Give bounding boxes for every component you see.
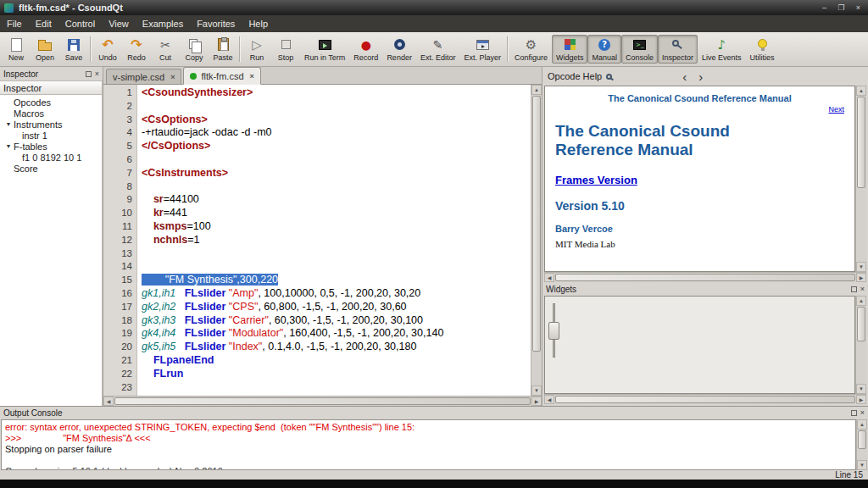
widgets-horizontal-scrollbar[interactable]: ◀ ▶	[544, 394, 866, 404]
menu-examples[interactable]: Examples	[136, 16, 190, 31]
float-panel-icon[interactable]	[851, 410, 857, 416]
scroll-up-icon[interactable]: ▲	[857, 419, 867, 430]
code-line-4[interactable]: -+rtaudio=jack -odac -d -m0	[142, 126, 531, 140]
scroll-up-icon[interactable]: ▲	[856, 86, 866, 96]
scrollbar-thumb[interactable]	[857, 97, 865, 188]
toolbar-record-button[interactable]: Record	[349, 35, 382, 64]
scrollbar-track[interactable]	[114, 396, 531, 406]
toolbar-utilities-button[interactable]: Utilities	[746, 35, 779, 64]
scroll-left-icon[interactable]: ◀	[544, 395, 554, 404]
menu-view[interactable]: View	[102, 16, 136, 31]
scrollbar-thumb[interactable]	[532, 96, 541, 352]
code-line-10[interactable]: kr=441	[142, 207, 531, 220]
scrollbar-thumb[interactable]	[857, 307, 865, 341]
code-line-22[interactable]: FLrun	[142, 368, 531, 381]
code-line-13[interactable]	[142, 247, 531, 261]
widgets-canvas[interactable]	[544, 296, 855, 394]
toolbar-run-in-term-button[interactable]: Run in Term	[300, 35, 349, 64]
tree-item-opcodes[interactable]: Opcodes	[0, 97, 102, 108]
tree-item-score[interactable]: Score	[0, 163, 102, 174]
code-line-7[interactable]: <CsInstruments>	[142, 167, 531, 180]
scrollbar-thumb[interactable]	[858, 430, 866, 449]
editor-horizontal-scrollbar[interactable]: ◀ ▶	[103, 396, 542, 406]
menu-help[interactable]: Help	[242, 16, 275, 31]
toolbar-ext-editor-button[interactable]: Ext. Editor	[416, 35, 460, 64]
menu-favorites[interactable]: Favorites	[190, 16, 242, 31]
close-tab-icon[interactable]: ×	[250, 72, 254, 80]
scrollbar-thumb[interactable]	[114, 397, 531, 405]
toolbar-open-button[interactable]: Open	[31, 35, 59, 64]
help-horizontal-scrollbar[interactable]: ◀ ▶	[544, 272, 866, 282]
code-line-19[interactable]: gk4,ih4 FLslider "Modulator", 160,400, -…	[142, 327, 531, 341]
tree-item-f1-0-8192-10-1[interactable]: f1 0 8192 10 1	[0, 152, 102, 163]
code-line-14[interactable]	[142, 260, 531, 274]
help-back-button[interactable]: ‹	[682, 70, 687, 83]
toolbar-copy-button[interactable]: Copy	[180, 35, 209, 64]
menu-edit[interactable]: Edit	[29, 16, 58, 31]
toolbar-run-button[interactable]: Run	[242, 35, 271, 64]
scroll-down-icon[interactable]: ▼	[857, 460, 867, 470]
code-line-16[interactable]: gk1,ih1 FLslider "Amp", 100,10000, 0,5, …	[142, 287, 531, 301]
toolbar-ext-player-button[interactable]: Ext. Player	[459, 35, 505, 64]
close-panel-icon[interactable]: ×	[860, 410, 865, 416]
toolbar-save-button[interactable]: Save	[59, 35, 88, 64]
scrollbar-track[interactable]	[856, 306, 866, 384]
scroll-left-icon[interactable]: ◀	[544, 273, 554, 282]
tab-fltk-fm-csd[interactable]: fltk-fm.csd×	[183, 67, 260, 85]
code-editor[interactable]: 1234567891011121314151617181920212223 <C…	[103, 85, 542, 396]
toolbar-paste-button[interactable]: Paste	[209, 35, 237, 64]
toolbar-cut-button[interactable]: Cut	[151, 35, 180, 64]
toolbar-stop-button[interactable]: Stop	[271, 35, 300, 64]
toolbar-configure-button[interactable]: Configure	[510, 35, 552, 64]
editor-code[interactable]: <CsoundSynthesizer><CsOptions>-+rtaudio=…	[137, 85, 531, 396]
scroll-right-icon[interactable]: ▶	[856, 273, 866, 282]
tree-item-f-tables[interactable]: ▼F-tables	[0, 141, 102, 152]
scroll-down-icon[interactable]: ▼	[856, 262, 866, 272]
scrollbar-track[interactable]	[531, 95, 542, 385]
help-frames-version-link[interactable]: Frames Version	[555, 174, 844, 186]
maximize-icon[interactable]: ❐	[836, 3, 847, 12]
close-tab-icon[interactable]: ×	[170, 73, 175, 81]
scrollbar-track[interactable]	[554, 395, 856, 404]
editor-vertical-scrollbar[interactable]: ▲ ▼	[531, 85, 542, 396]
slider-handle[interactable]	[548, 322, 559, 340]
toolbar-redo-button[interactable]: Redo	[122, 35, 151, 64]
toolbar-console-button[interactable]: Console	[621, 35, 658, 64]
scroll-down-icon[interactable]: ▼	[856, 384, 866, 394]
code-line-6[interactable]	[142, 153, 531, 167]
toolbar-live-events-button[interactable]: Live Events	[698, 35, 746, 64]
scroll-up-icon[interactable]: ▲	[531, 85, 542, 95]
code-line-5[interactable]: </CsOptions>	[142, 140, 531, 153]
scrollbar-track[interactable]	[856, 96, 866, 262]
scroll-right-icon[interactable]: ▶	[531, 396, 542, 406]
search-icon[interactable]	[606, 74, 612, 80]
help-forward-button[interactable]: ›	[698, 70, 703, 83]
close-icon[interactable]: ×	[853, 3, 864, 12]
help-vertical-scrollbar[interactable]: ▲ ▼	[855, 86, 866, 272]
tree-item-instr-1[interactable]: instr 1	[0, 130, 102, 141]
float-panel-icon[interactable]	[86, 71, 92, 77]
scroll-up-icon[interactable]: ▲	[856, 296, 866, 306]
toolbar-new-button[interactable]: New	[2, 35, 31, 64]
scroll-down-icon[interactable]: ▼	[531, 385, 542, 396]
scroll-right-icon[interactable]: ▶	[856, 395, 866, 404]
code-line-3[interactable]: <CsOptions>	[142, 114, 531, 127]
code-line-23[interactable]	[142, 381, 531, 395]
widgets-vertical-scrollbar[interactable]: ▲ ▼	[855, 296, 866, 394]
tab-v-simple-csd[interactable]: v-simple.csd×	[106, 69, 181, 84]
code-line-18[interactable]: gk3,ih3 FLslider "Carrier", 60,300, -1,5…	[142, 314, 531, 328]
code-line-2[interactable]	[142, 100, 531, 114]
minimize-icon[interactable]: –	[819, 3, 830, 12]
code-line-8[interactable]	[142, 180, 531, 194]
menu-control[interactable]: Control	[58, 16, 102, 31]
toolbar-inspector-button[interactable]: Inspector	[658, 35, 698, 64]
toolbar-widgets-button[interactable]: Widgets	[552, 35, 588, 64]
toolbar-render-button[interactable]: Render	[382, 35, 416, 64]
toolbar-undo-button[interactable]: Undo	[93, 35, 122, 64]
code-line-1[interactable]: <CsoundSynthesizer>	[142, 86, 531, 100]
float-panel-icon[interactable]	[851, 286, 857, 292]
close-panel-icon[interactable]: ×	[95, 71, 99, 77]
console-body[interactable]: error: syntax error, unexpected STRING_T…	[1, 419, 856, 470]
help-next-link[interactable]: Next	[828, 105, 844, 114]
scroll-left-icon[interactable]: ◀	[103, 396, 114, 406]
